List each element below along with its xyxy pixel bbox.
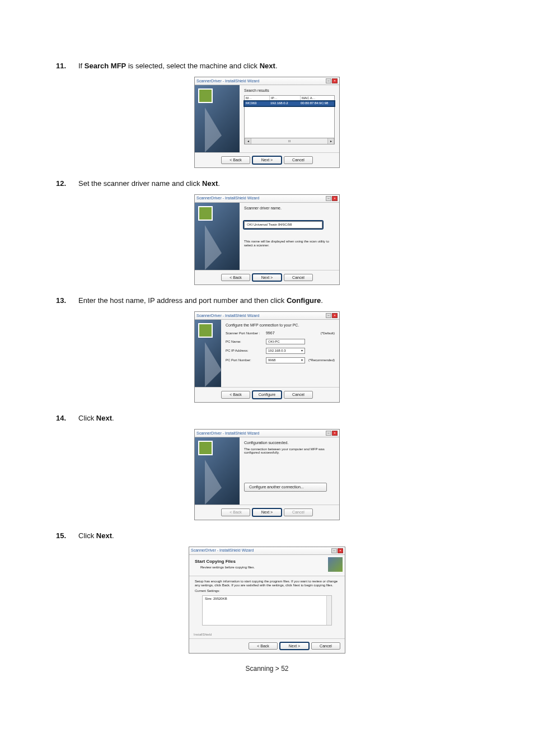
- cancel-button[interactable]: Cancel: [284, 156, 313, 164]
- close-icon[interactable]: ×: [332, 431, 338, 436]
- scanner-icon: [198, 441, 213, 455]
- screenshot-11: ScannerDriver - InstallShield Wizard – ×…: [194, 77, 340, 168]
- horizontal-scrollbar[interactable]: ◂III▸: [244, 138, 335, 144]
- screenshot-15: ScannerDriver - InstallShield Wizard – ×…: [189, 547, 345, 654]
- next-button[interactable]: Next >: [252, 274, 282, 282]
- wizard-corner-icon: [328, 557, 343, 572]
- port-default-note: (*Default): [321, 332, 335, 335]
- pc-port-label: PC Port Number:: [226, 358, 263, 362]
- step-number: 12.: [56, 179, 78, 188]
- window-title: ScannerDriver - InstallShield Wizard: [196, 431, 259, 436]
- minimize-icon[interactable]: –: [326, 196, 331, 201]
- configure-another-button[interactable]: Configure another connection...: [244, 483, 327, 492]
- next-button[interactable]: Next >: [280, 642, 309, 650]
- screenshot-14: ScannerDriver - InstallShield Wizard – ×…: [194, 429, 340, 520]
- results-row-selected[interactable]: MC363 192.168.0.2 00:80:87:84:9C:98: [244, 101, 335, 106]
- step-15-text: Click Next.: [78, 531, 114, 540]
- current-settings-label: Current Settings:: [195, 589, 339, 593]
- window-title: ScannerDriver - InstallShield Wizard: [196, 314, 259, 318]
- driver-name-heading: Scanner driver name.: [244, 206, 335, 211]
- success-message: The connection between your computer and…: [244, 447, 335, 455]
- back-button[interactable]: < Back: [221, 274, 250, 282]
- size-value: Size: 29520KB: [205, 597, 227, 600]
- step-number: 11.: [56, 62, 78, 70]
- close-icon[interactable]: ×: [332, 78, 338, 83]
- step-number: 14.: [56, 414, 78, 422]
- cancel-button[interactable]: Cancel: [284, 391, 313, 399]
- settings-text-area[interactable]: Size: 29520KB: [202, 595, 332, 626]
- step-14-text: Click Next.: [78, 414, 114, 422]
- chevron-down-icon: ▾: [301, 358, 303, 362]
- window-title: ScannerDriver - InstallShield Wizard: [196, 79, 259, 83]
- back-button: < Back: [221, 508, 250, 516]
- scanner-port-value: 9967: [266, 331, 275, 335]
- configure-button[interactable]: Configure: [252, 391, 282, 399]
- screenshot-13: ScannerDriver - InstallShield Wizard – ×…: [194, 311, 340, 403]
- search-results-heading: Search results: [244, 88, 335, 93]
- step-12-text: Set the scanner driver name and click Ne…: [78, 179, 220, 188]
- pc-ip-label: PC IP Address:: [226, 349, 263, 353]
- pc-name-input[interactable]: OKI-PC: [266, 339, 305, 345]
- driver-name-note: This name will be displayed when using t…: [244, 240, 335, 247]
- step-11-text: If Search MFP is selected, select the ma…: [78, 62, 278, 70]
- page-footer: Scanning > 52: [56, 665, 478, 673]
- next-button[interactable]: Next >: [252, 508, 282, 516]
- close-icon[interactable]: ×: [338, 548, 343, 553]
- back-button[interactable]: < Back: [221, 156, 250, 164]
- screenshot-12: ScannerDriver - InstallShield Wizard – ×…: [194, 194, 340, 286]
- minimize-icon[interactable]: –: [326, 78, 331, 83]
- driver-name-input[interactable]: OKI Universal Twain 84/9C/98: [244, 221, 322, 228]
- minimize-icon[interactable]: –: [326, 313, 331, 318]
- copy-files-body: Setup has enough information to start co…: [195, 580, 339, 587]
- chevron-down-icon: ▾: [301, 349, 303, 353]
- window-title: ScannerDriver - InstallShield Wizard: [191, 548, 254, 553]
- scanner-port-label: Scanner Port Number :: [226, 332, 263, 335]
- scanner-icon: [198, 88, 213, 103]
- scanner-icon: [198, 323, 213, 338]
- scanner-icon: [198, 206, 213, 221]
- minimize-icon[interactable]: –: [326, 431, 331, 436]
- cancel-button: Cancel: [284, 508, 313, 516]
- configure-heading: Configure the MFP connection to your PC.: [226, 323, 335, 328]
- cancel-button[interactable]: Cancel: [284, 274, 313, 282]
- step-number: 15.: [56, 531, 78, 540]
- close-icon[interactable]: ×: [332, 196, 338, 201]
- minimize-icon[interactable]: –: [331, 548, 337, 553]
- success-heading: Configuration succeeded.: [244, 441, 335, 445]
- back-button[interactable]: < Back: [249, 642, 278, 650]
- results-header: M… IP… MAC A…: [244, 95, 335, 101]
- close-icon[interactable]: ×: [332, 313, 338, 318]
- step-13-text: Enter the host name, IP address and port…: [78, 296, 323, 305]
- start-copying-sub: Review settings before copying files.: [200, 566, 339, 570]
- pc-port-note: (*Recommended): [308, 358, 335, 362]
- pc-name-label: PC Name:: [226, 340, 263, 344]
- pc-ip-select[interactable]: 192.168.0.3▾: [266, 348, 305, 354]
- start-copying-heading: Start Copying Files: [195, 559, 339, 564]
- back-button[interactable]: < Back: [221, 391, 250, 399]
- step-number: 13.: [56, 296, 78, 305]
- vertical-scrollbar[interactable]: [326, 596, 331, 625]
- window-title: ScannerDriver - InstallShield Wizard: [196, 196, 259, 200]
- pc-port-select[interactable]: 9968▾: [266, 357, 305, 363]
- installshield-brand: InstallShield: [189, 631, 345, 638]
- next-button[interactable]: Next >: [252, 156, 282, 164]
- cancel-button[interactable]: Cancel: [311, 642, 340, 650]
